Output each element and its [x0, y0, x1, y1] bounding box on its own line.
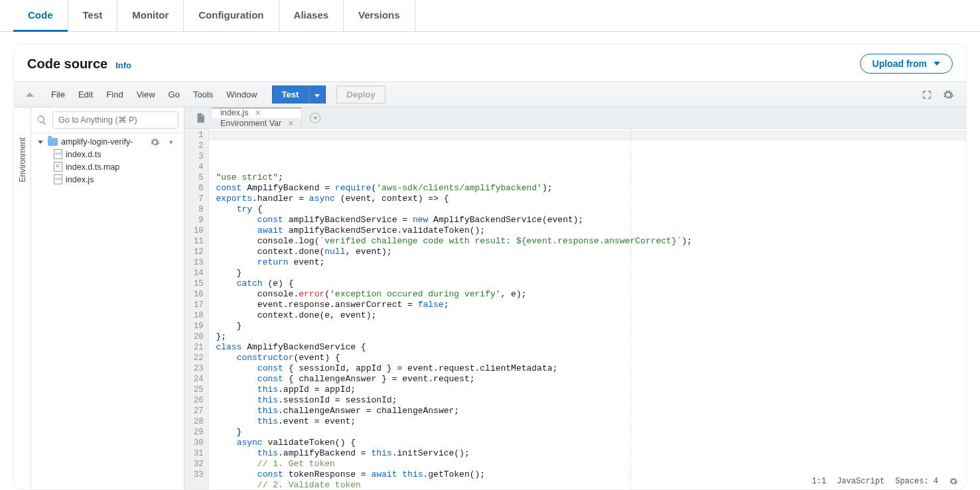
menu-edit[interactable]: Edit: [72, 87, 100, 102]
file-label: index.js: [66, 175, 94, 184]
plus-icon: +: [310, 113, 320, 123]
editor-tab[interactable]: Environment Var×: [212, 118, 302, 129]
ide-body: Environment amplify-login-verify- ▾: [14, 107, 966, 489]
line-highlight: [209, 130, 966, 141]
upload-from-label: Upload from: [873, 58, 927, 69]
panel-title: Code source: [27, 56, 107, 72]
top-tab-configuration[interactable]: Configuration: [184, 0, 279, 31]
folder-icon: [48, 138, 58, 146]
file-tree: amplify-login-verify- ▾ index.d.tsindex.…: [31, 133, 184, 188]
menu-file[interactable]: File: [44, 87, 72, 102]
menu-find[interactable]: Find: [100, 87, 129, 102]
top-tab-versions[interactable]: Versions: [344, 0, 415, 31]
file-icon: [54, 149, 62, 159]
test-button[interactable]: Test: [272, 86, 309, 103]
collapse-icon[interactable]: [26, 92, 34, 97]
line-gutter: 1234567891011121314151617181920212223242…: [184, 129, 209, 489]
test-dropdown-button[interactable]: [309, 86, 326, 103]
info-link[interactable]: Info: [115, 60, 131, 70]
editor-area: index.js×Environment Var× + 123456789101…: [184, 107, 966, 489]
ide-menubar: FileEditFindViewGoToolsWindow Test Deplo…: [14, 82, 966, 107]
document-icon[interactable]: [195, 113, 206, 123]
expand-icon[interactable]: [921, 89, 933, 101]
folder-row[interactable]: amplify-login-verify- ▾: [35, 136, 180, 148]
chevron-down-icon: [934, 62, 940, 66]
sidebar: Environment amplify-login-verify- ▾: [14, 107, 184, 489]
gear-icon[interactable]: [942, 89, 954, 101]
editor-tab[interactable]: index.js×: [212, 107, 302, 118]
tab-label: index.js: [220, 108, 248, 117]
chevron-down-icon: [38, 141, 43, 144]
file-label: index.d.ts.map: [66, 162, 119, 172]
menu-window[interactable]: Window: [220, 87, 263, 102]
search-row: [31, 107, 184, 133]
folder-label: amplify-login-verify-: [61, 137, 133, 147]
file-row[interactable]: index.js: [35, 173, 180, 186]
file-row[interactable]: index.d.ts: [35, 148, 180, 160]
top-tab-aliases[interactable]: Aliases: [279, 0, 344, 31]
panel-header: Code source Info Upload from: [14, 44, 966, 82]
code-editor[interactable]: 1234567891011121314151617181920212223242…: [184, 129, 966, 489]
sidebar-environment-label: Environment: [18, 137, 27, 182]
top-tab-code[interactable]: Code: [13, 0, 68, 31]
add-tab-button[interactable]: +: [302, 107, 328, 128]
file-row[interactable]: index.d.ts.map: [35, 160, 180, 173]
sidebar-vertical-tab[interactable]: Environment: [14, 107, 31, 489]
menu-go[interactable]: Go: [162, 87, 186, 102]
test-button-group: Test: [272, 86, 326, 103]
top-tab-test[interactable]: Test: [68, 0, 118, 31]
top-tab-monitor[interactable]: Monitor: [117, 0, 184, 31]
close-icon[interactable]: ×: [288, 118, 293, 129]
deploy-button[interactable]: Deploy: [336, 86, 385, 103]
tab-label: Environment Var: [220, 119, 281, 128]
file-explorer: amplify-login-verify- ▾ index.d.tsindex.…: [31, 107, 184, 489]
search-input[interactable]: [52, 111, 178, 129]
gear-icon[interactable]: [150, 137, 160, 147]
menu-view[interactable]: View: [130, 87, 162, 102]
code-source-panel: Code source Info Upload from FileEditFin…: [13, 44, 967, 490]
menu-tools[interactable]: Tools: [186, 87, 220, 102]
search-icon[interactable]: [36, 115, 47, 125]
folder-menu-caret[interactable]: ▾: [169, 138, 173, 147]
upload-from-button[interactable]: Upload from: [860, 54, 953, 74]
editor-tab-bar: index.js×Environment Var× +: [184, 107, 966, 129]
file-label: index.d.ts: [66, 150, 102, 159]
file-icon: [54, 174, 62, 184]
close-icon[interactable]: ×: [255, 107, 260, 118]
top-tabs: CodeTestMonitorConfigurationAliasesVersi…: [0, 0, 980, 32]
file-icon: [54, 162, 62, 172]
code-content[interactable]: "use strict";const AmplifyBackend = requ…: [209, 129, 966, 489]
chevron-down-icon: [315, 94, 320, 97]
